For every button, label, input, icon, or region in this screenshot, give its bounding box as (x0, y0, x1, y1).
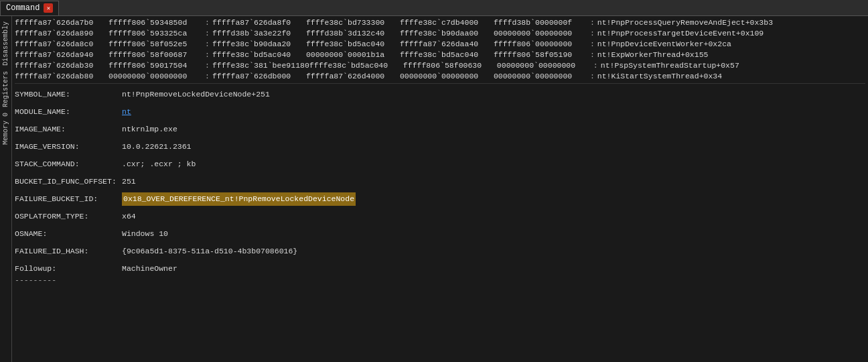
image-version-value: 10.0.22621.2361 (122, 140, 192, 154)
followup-line: Followup: MachineOwner (15, 262, 865, 276)
titlebar: Command ✕ (0, 0, 868, 16)
col6: ffffd38b`0000000f (494, 17, 587, 28)
col4: ffffe38c`bd733300 (306, 17, 400, 28)
table-row: fffffa87`626dab30 fffff806`59017504 : ff… (15, 60, 865, 71)
col3: fffffa87`626da8f0 (212, 17, 306, 28)
sidebar-item-memory[interactable]: Memory 0 (2, 110, 9, 147)
table-row: fffffa87`626da7b0 fffff806`5934850d : ff… (15, 17, 865, 28)
failure-bucket-label: FAILURE_BUCKET_ID: (15, 192, 122, 206)
osplatform-label: OSPLATFORM_TYPE: (15, 210, 122, 223)
bucket-id-value: 251 (122, 175, 136, 188)
image-version-line: IMAGE_VERSION: 10.0.22621.2361 (15, 140, 865, 154)
module-name-label: MODULE_NAME: (15, 105, 122, 119)
osplatform-line: OSPLATFORM_TYPE: x64 (15, 210, 865, 223)
osname-value: Windows 10 (122, 227, 168, 241)
command-tab[interactable]: Command ✕ (0, 1, 59, 15)
image-name-value: ntkrnlmp.exe (122, 123, 177, 136)
osname-line: OSNAME: Windows 10 (15, 227, 865, 241)
symbol-name-label: SYMBOL_NAME: (15, 88, 122, 101)
osplatform-value: x64 (122, 210, 136, 223)
module-name-line: MODULE_NAME: nt (15, 105, 865, 119)
addr1: fffffa87`626da7b0 (15, 17, 108, 28)
osname-label: OSNAME: (15, 227, 122, 241)
failure-id-hash-value: {9c06a5d1-8375-511a-d510-4b3b07086016} (122, 245, 297, 258)
sidebar-item-registers[interactable]: Registers (2, 68, 9, 110)
table-row: fffffa87`626da940 fffff806`58f00687 : ff… (15, 50, 865, 60)
failure-bucket-value: 0x18_OVER_DEREFERENCE_nt!PnpRemoveLocked… (122, 192, 356, 206)
table-row: fffffa87`626dab80 00000000`00000000 : ff… (15, 71, 865, 82)
addr2: fffff806`5934850d (108, 17, 202, 28)
symbol: nt!PnpProcessQueryRemoveAndEject+0x3b3 (597, 17, 773, 28)
failure-id-hash-line: FAILURE_ID_HASH: {9c06a5d1-8375-511a-d51… (15, 245, 865, 258)
failure-id-hash-label: FAILURE_ID_HASH: (15, 245, 122, 258)
failure-bucket-line: FAILURE_BUCKET_ID: 0x18_OVER_DEREFERENCE… (15, 192, 865, 206)
col5: ffffe38c`c7db4000 (400, 17, 494, 28)
bucket-id-label: BUCKET_ID_FUNC_OFFSET: (15, 175, 122, 188)
module-name-value[interactable]: nt (122, 105, 131, 119)
stack-command-label: STACK_COMMAND: (15, 158, 122, 171)
followup-label: Followup: (15, 262, 122, 276)
table-row: fffffa87`626da890 fffff806`593325ca : ff… (15, 28, 865, 39)
table-row: fffffa87`626da8c0 fffff806`58f052e5 : ff… (15, 39, 865, 50)
content-area[interactable]: fffffa87`626da7b0 fffff806`5934850d : ff… (12, 16, 868, 362)
separator-line: --------- (15, 276, 865, 285)
sidebar-item-disassembly[interactable]: Disassembly (2, 19, 9, 68)
tab-label: Command (6, 3, 40, 13)
image-name-label: IMAGE_NAME: (15, 123, 122, 136)
stack-command-value: .cxr; .ecxr ; kb (122, 158, 196, 171)
symbol-name-line: SYMBOL_NAME: nt!PnpRemoveLockedDeviceNod… (15, 88, 865, 101)
sidebar: Disassembly Registers Memory 0 (0, 16, 12, 362)
stack-command-line: STACK_COMMAND: .cxr; .ecxr ; kb (15, 158, 865, 171)
stack-section: fffffa87`626da7b0 fffff806`5934850d : ff… (15, 17, 865, 84)
image-version-label: IMAGE_VERSION: (15, 140, 122, 154)
followup-value: MachineOwner (122, 262, 177, 276)
bucket-id-line: BUCKET_ID_FUNC_OFFSET: 251 (15, 175, 865, 188)
symbol-name-value: nt!PnpRemoveLockedDeviceNode+251 (122, 88, 270, 101)
close-button[interactable]: ✕ (44, 3, 53, 13)
info-section: SYMBOL_NAME: nt!PnpRemoveLockedDeviceNod… (15, 85, 865, 288)
image-name-line: IMAGE_NAME: ntkrnlmp.exe (15, 123, 865, 136)
main-layout: Disassembly Registers Memory 0 fffffa87`… (0, 16, 868, 362)
